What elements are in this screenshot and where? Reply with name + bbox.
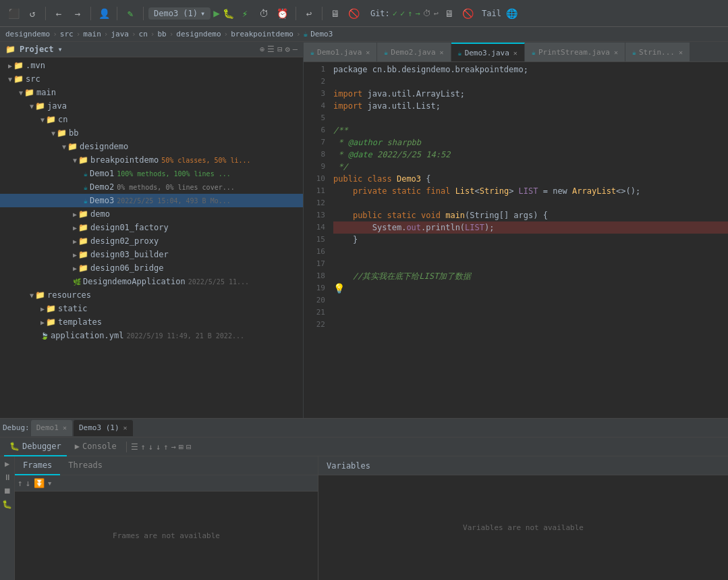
- stop-btn[interactable]: 🚫: [346, 5, 362, 22]
- screen-btn[interactable]: 🖥: [327, 5, 343, 22]
- side-run-icon[interactable]: ▶: [5, 459, 9, 469]
- side-debug-icon[interactable]: 🐛: [2, 500, 12, 509]
- sidebar-action-close[interactable]: —: [293, 45, 298, 54]
- git-arrow-icon[interactable]: →: [416, 9, 420, 18]
- git-undo-icon[interactable]: ↩: [434, 9, 439, 18]
- tree-item-bridge[interactable]: ▶ 📁 design06_bridge: [0, 261, 303, 275]
- tree-item-java[interactable]: ▼ 📁 java: [0, 99, 303, 113]
- frames-down-btn[interactable]: ↓: [26, 478, 31, 488]
- tab-close-demo3[interactable]: ✕: [513, 49, 517, 57]
- side-pause-icon[interactable]: ⏸: [3, 473, 11, 482]
- debug-tool-8[interactable]: ⊟: [186, 442, 191, 452]
- frames-expand-btn[interactable]: ▾: [47, 478, 53, 488]
- tab-printstream[interactable]: ☕ PrintStream.java ✕: [525, 43, 625, 61]
- git-push-icon[interactable]: ↑: [408, 9, 412, 18]
- tree-item-designdemo[interactable]: ▼ 📁 designdemo: [0, 140, 303, 153]
- breadcrumb-bb[interactable]: bb: [157, 30, 166, 38]
- tab-close-demo2[interactable]: ✕: [440, 49, 444, 56]
- toolbar-user-btn[interactable]: 👤: [96, 5, 112, 22]
- breadcrumb-demo3[interactable]: Demo3: [310, 30, 333, 38]
- code-editor[interactable]: 12345 678910 1112131415 1617181920 2122 …: [304, 62, 728, 418]
- breadcrumb-designdemo[interactable]: designdemo: [5, 30, 50, 38]
- window-btn[interactable]: 🖥: [441, 5, 457, 22]
- tree-item-factory[interactable]: ▶ 📁 design01_factory: [0, 221, 303, 234]
- file-meta-yaml: 2022/5/19 11:49, 21 B 2022...: [126, 332, 244, 340]
- stop-btn-2[interactable]: 🚫: [460, 5, 476, 22]
- debug-tool-5[interactable]: ↑: [163, 442, 168, 452]
- sidebar-dropdown-icon[interactable]: ▾: [58, 45, 63, 54]
- tree-item-demo2[interactable]: ☕ Demo2 0% methods, 0% lines cover...: [0, 180, 303, 194]
- debug-tool-1[interactable]: ☰: [131, 442, 138, 452]
- toolbar-forward-btn[interactable]: →: [69, 5, 86, 22]
- debug-tab-close-demo3[interactable]: ✕: [123, 424, 128, 431]
- tree-item-demo3[interactable]: ☕ Demo3 2022/5/25 15:04, 493 B Mo...: [0, 194, 303, 207]
- side-stop-icon[interactable]: ⏹: [3, 486, 11, 496]
- toolbar-back-btn[interactable]: ←: [51, 5, 67, 22]
- git-check-icon-2[interactable]: ✓: [400, 9, 405, 18]
- debug-tool-6[interactable]: →: [171, 442, 176, 452]
- debug-tab-demo1[interactable]: Demo1 ✕: [31, 420, 72, 436]
- code-line-9: */: [333, 161, 728, 173]
- tab-close-string[interactable]: ✕: [679, 49, 683, 56]
- toolbar-edit-btn[interactable]: ✎: [122, 5, 138, 22]
- tree-item-static[interactable]: ▶ 📁 static: [0, 302, 303, 315]
- debug-tool-4[interactable]: ↓: [156, 442, 161, 452]
- run-button[interactable]: ▶: [213, 7, 220, 20]
- tab-close-demo1[interactable]: ✕: [366, 49, 370, 56]
- debug-tab-demo3[interactable]: Demo3 (1) ✕: [74, 420, 133, 436]
- tree-item-bb[interactable]: ▼ 📁 bb: [0, 126, 303, 140]
- tree-item-cn[interactable]: ▼ 📁 cn: [0, 113, 303, 126]
- tree-item-mvn[interactable]: ▶ 📁 .mvn: [0, 59, 303, 72]
- git-check-icon[interactable]: ✓: [393, 9, 397, 18]
- tab-demo3[interactable]: ☕ Demo3.java ✕: [451, 43, 525, 61]
- tab-close-printstream[interactable]: ✕: [614, 49, 618, 56]
- coverage-btn[interactable]: ⚡: [237, 5, 253, 22]
- sidebar-action-3[interactable]: ⊟: [277, 45, 282, 54]
- debugger-tab[interactable]: 🐛 Debugger: [4, 438, 67, 456]
- tab-label-demo3: Demo3.java: [465, 49, 509, 57]
- threads-tab[interactable]: Threads: [60, 456, 111, 475]
- tab-demo2[interactable]: ☕ Demo2.java ✕: [377, 43, 451, 61]
- toolbar-btn-2[interactable]: ↺: [24, 5, 40, 22]
- console-tab[interactable]: ▶ Console: [69, 438, 122, 456]
- debug-button[interactable]: 🐛: [223, 8, 234, 19]
- tree-item-templates[interactable]: ▶ 📁 templates: [0, 315, 303, 329]
- tree-item-app[interactable]: 🌿 DesigndemoApplication 2022/5/25 11...: [0, 275, 303, 288]
- profile-btn[interactable]: ⏱: [256, 5, 272, 22]
- breadcrumb-breakpointdemo[interactable]: breakpointdemo: [231, 30, 293, 38]
- breadcrumb-cn[interactable]: cn: [139, 30, 148, 38]
- breadcrumb-main[interactable]: main: [83, 30, 101, 38]
- run-config-dropdown[interactable]: Demo3 (1) ▾: [148, 7, 211, 20]
- tree-item-demo-folder[interactable]: ▶ 📁 demo: [0, 207, 303, 221]
- tree-item-builder[interactable]: ▶ 📁 design03_builder: [0, 248, 303, 261]
- tab-string[interactable]: ☕ Strin... ✕: [625, 43, 690, 61]
- breadcrumb-src[interactable]: src: [60, 30, 74, 38]
- toolbar-btn-1[interactable]: ⬛: [5, 5, 22, 22]
- tree-item-yaml[interactable]: 🍃 application.yml 2022/5/19 11:49, 21 B …: [0, 329, 303, 342]
- sidebar-action-1[interactable]: ⊕: [260, 45, 264, 54]
- tree-item-src[interactable]: ▼ 📁 src: [0, 72, 303, 86]
- frames-filter-btn[interactable]: ⏬: [34, 478, 45, 488]
- debug-tool-3[interactable]: ↓: [148, 442, 153, 452]
- code-token: [333, 209, 353, 221]
- code-token: out: [406, 221, 421, 234]
- frames-up-btn[interactable]: ↑: [18, 478, 23, 488]
- tree-item-resources[interactable]: ▼ 📁 resources: [0, 288, 303, 302]
- breadcrumb-designdemo2[interactable]: designdemo: [176, 30, 221, 38]
- sidebar-action-gear[interactable]: ⚙: [285, 45, 290, 54]
- tree-item-main[interactable]: ▼ 📁 main: [0, 86, 303, 99]
- tab-demo1[interactable]: ☕ Demo1.java ✕: [304, 43, 377, 61]
- breadcrumb-java[interactable]: java: [111, 30, 129, 38]
- tree-item-breakpointdemo[interactable]: ▼ 📁 breakpointdemo 50% classes, 50% li..…: [0, 153, 303, 167]
- frames-tab[interactable]: Frames: [15, 456, 60, 475]
- sidebar-action-2[interactable]: ☰: [267, 45, 275, 54]
- undo-btn[interactable]: ↩: [301, 5, 317, 22]
- tree-item-proxy[interactable]: ▶ 📁 design02_proxy: [0, 234, 303, 248]
- timer-btn[interactable]: ⏰: [275, 5, 291, 22]
- debug-tool-2[interactable]: ↑: [141, 442, 146, 452]
- tree-item-demo1[interactable]: ☕ Demo1 100% methods, 100% lines ...: [0, 167, 303, 180]
- git-clock-icon[interactable]: ⏱: [423, 9, 431, 18]
- translate-btn[interactable]: 🌐: [504, 5, 520, 22]
- debug-tab-close-demo1[interactable]: ✕: [63, 424, 67, 431]
- debug-tool-7[interactable]: ⊞: [179, 442, 184, 452]
